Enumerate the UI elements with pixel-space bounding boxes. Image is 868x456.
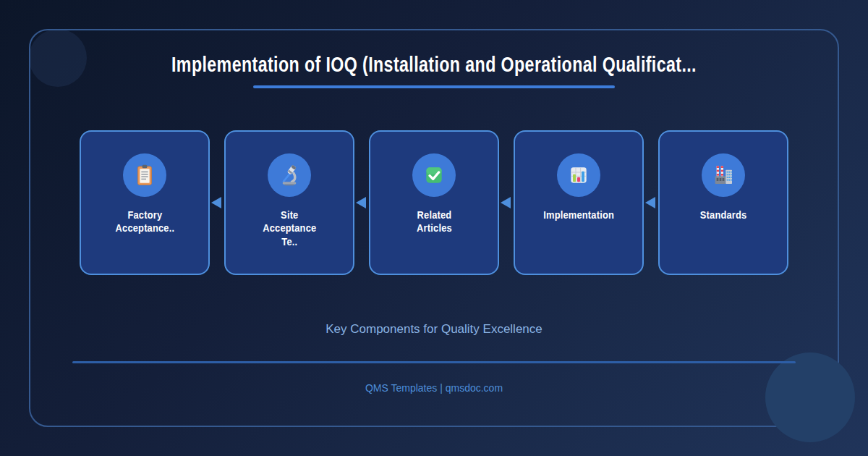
- component-cards-row: Factory Acceptance.. Site Acceptance Te.…: [80, 130, 788, 275]
- subtitle: Key Components for Quality Excellence: [0, 322, 868, 337]
- bar-chart-icon: [567, 164, 590, 187]
- footer-divider: [72, 361, 796, 363]
- card-site-acceptance: Site Acceptance Te..: [224, 130, 354, 275]
- icon-circle: [557, 153, 600, 197]
- card-label: Factory Acceptance..: [115, 208, 174, 235]
- card-label: Related Articles: [417, 208, 452, 235]
- card-label: Site Acceptance Te..: [263, 208, 316, 248]
- factory-icon: [712, 164, 735, 187]
- card-standards: Standards: [658, 130, 788, 275]
- left-arrow-icon: [211, 197, 221, 208]
- microscope-icon: [278, 164, 301, 187]
- left-arrow-icon: [356, 197, 366, 208]
- title-underline: [253, 85, 615, 88]
- card-label: Implementation: [543, 208, 614, 221]
- card-related-articles: Related Articles: [369, 130, 499, 275]
- check-mark-icon: [422, 164, 446, 187]
- decor-circle-bottom-right: [765, 352, 855, 442]
- og-card: Implementation of IOQ (Installation and …: [0, 0, 868, 456]
- footer-text: QMS Templates | qmsdoc.com: [0, 382, 868, 394]
- card-label: Standards: [700, 208, 747, 221]
- icon-circle: [268, 153, 311, 197]
- left-arrow-icon: [645, 197, 655, 208]
- left-arrow-icon: [501, 197, 511, 208]
- icon-circle: [412, 153, 456, 197]
- page-title: Implementation of IOQ (Installation and …: [87, 53, 781, 77]
- clipboard-icon: [133, 164, 156, 187]
- icon-circle: [702, 153, 745, 197]
- icon-circle: [123, 153, 166, 197]
- card-factory-acceptance: Factory Acceptance..: [80, 130, 210, 275]
- card-implementation: Implementation: [514, 130, 644, 275]
